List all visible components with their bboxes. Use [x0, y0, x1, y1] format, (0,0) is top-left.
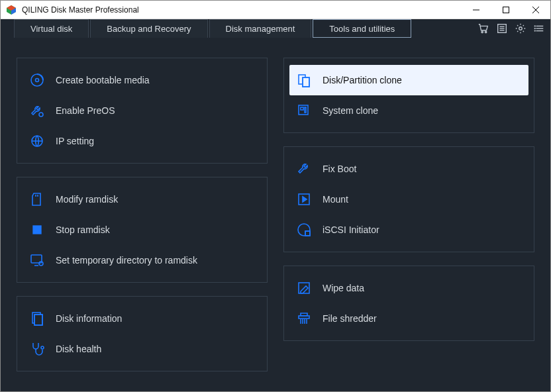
item-disk-health[interactable]: Disk health — [23, 334, 262, 364]
svg-rect-36 — [303, 77, 309, 87]
item-label: Wipe data — [323, 283, 364, 293]
item-label: Disk information — [56, 313, 122, 324]
item-wipe-data[interactable]: Wipe data — [289, 273, 528, 303]
tab-label: Virtual disk — [30, 24, 72, 34]
toolbar-icons — [477, 19, 550, 38]
svg-point-34 — [41, 346, 44, 349]
tabbar: Virtual disk Backup and Recovery Disk ma… — [1, 19, 550, 38]
item-label: Disk health — [56, 344, 101, 354]
window-title: QILING Disk Master Professional — [22, 5, 461, 15]
item-create-bootable-media[interactable]: Create bootable media — [23, 65, 262, 95]
svg-point-30 — [39, 262, 43, 266]
menu-icon[interactable] — [533, 23, 545, 34]
right-column: Disk/Partition clone System clone Fix Bo… — [283, 58, 534, 371]
item-label: Enable PreOS — [56, 105, 115, 116]
tab-virtual-disk[interactable]: Virtual disk — [14, 19, 89, 38]
item-label: System clone — [323, 105, 378, 116]
panel-disk-info: Disk information Disk health — [17, 296, 268, 371]
svg-point-7 — [481, 31, 483, 32]
item-label: Set temporary directory to ramdisk — [56, 255, 197, 266]
window-controls — [461, 1, 550, 19]
tab-backup-recovery[interactable]: Backup and Recovery — [90, 19, 207, 38]
minimize-button[interactable] — [461, 1, 491, 19]
app-window: QILING Disk Master Professional Virtual … — [0, 0, 551, 392]
info-doc-icon — [29, 311, 45, 326]
svg-marker-42 — [303, 197, 307, 202]
svg-point-22 — [39, 113, 43, 117]
item-stop-ramdisk[interactable]: Stop ramdisk — [23, 215, 262, 245]
item-enable-preos[interactable]: Enable PreOS — [23, 95, 262, 126]
item-label: Mount — [323, 194, 348, 205]
titlebar: QILING Disk Master Professional — [1, 1, 550, 19]
svg-rect-4 — [503, 7, 509, 13]
wrench-gear-icon — [29, 103, 45, 119]
tab-label: Backup and Recovery — [107, 24, 191, 34]
svg-point-21 — [36, 79, 39, 82]
play-box-icon — [296, 191, 312, 207]
tab-tools-utilities[interactable]: Tools and utilities — [313, 19, 411, 38]
erase-icon — [296, 280, 312, 296]
svg-rect-32 — [34, 315, 42, 325]
list-icon[interactable] — [496, 23, 508, 34]
svg-rect-39 — [301, 107, 303, 110]
item-label: File shredder — [323, 313, 377, 324]
app-body: Virtual disk Backup and Recovery Disk ma… — [1, 19, 550, 391]
monitor-gear-icon — [29, 252, 45, 268]
panel-wipe: Wipe data File shredder — [283, 266, 534, 341]
panel-ramdisk: Modify ramdisk Stop ramdisk Set temporar… — [17, 177, 268, 283]
svg-rect-27 — [32, 225, 41, 234]
svg-rect-44 — [305, 231, 310, 236]
svg-point-8 — [485, 31, 486, 32]
sd-card-icon — [29, 191, 45, 207]
shredder-icon — [296, 311, 312, 326]
item-label: iSCSI Initiator — [323, 224, 379, 235]
clone-icon — [296, 72, 312, 88]
item-iscsi-initiator[interactable]: iSCSI Initiator — [289, 215, 528, 245]
item-mount[interactable]: Mount — [289, 184, 528, 215]
stop-icon — [29, 222, 45, 238]
panel-boot-mount: Fix Boot Mount iSCSI Initiator — [283, 146, 534, 252]
tab-disk-management[interactable]: Disk management — [209, 19, 312, 38]
item-set-temp-ramdisk[interactable]: Set temporary directory to ramdisk — [23, 245, 262, 275]
item-label: Disk/Partition clone — [323, 75, 402, 85]
cart-icon[interactable] — [477, 23, 489, 34]
item-modify-ramdisk[interactable]: Modify ramdisk — [23, 184, 262, 215]
panel-bootable: Create bootable media Enable PreOS IP se… — [17, 58, 268, 164]
svg-point-13 — [519, 27, 523, 30]
iscsi-icon — [296, 222, 312, 238]
item-label: IP setting — [56, 136, 94, 146]
item-file-shredder[interactable]: File shredder — [289, 303, 528, 334]
app-logo-icon — [6, 5, 17, 15]
panel-clone: Disk/Partition clone System clone — [283, 58, 534, 133]
system-clone-icon — [296, 103, 312, 119]
close-button[interactable] — [521, 1, 550, 19]
svg-point-17 — [534, 26, 535, 26]
item-label: Stop ramdisk — [56, 224, 110, 235]
item-system-clone[interactable]: System clone — [289, 95, 528, 126]
item-label: Fix Boot — [323, 164, 356, 174]
content-area: Create bootable media Enable PreOS IP se… — [1, 38, 550, 391]
item-ip-setting[interactable]: IP setting — [23, 126, 262, 156]
maximize-button[interactable] — [491, 1, 521, 19]
item-disk-information[interactable]: Disk information — [23, 303, 262, 334]
disc-icon — [29, 72, 45, 88]
network-icon — [29, 133, 45, 149]
svg-point-19 — [534, 30, 535, 31]
stethoscope-icon — [29, 341, 45, 357]
svg-rect-40 — [305, 107, 306, 113]
item-label: Create bootable media — [56, 75, 150, 85]
item-fix-boot[interactable]: Fix Boot — [289, 154, 528, 184]
item-disk-partition-clone[interactable]: Disk/Partition clone — [289, 65, 528, 95]
gear-icon[interactable] — [515, 23, 526, 34]
left-column: Create bootable media Enable PreOS IP se… — [17, 58, 268, 371]
item-label: Modify ramdisk — [56, 194, 118, 205]
svg-point-18 — [534, 28, 535, 29]
wrench-icon — [296, 161, 312, 177]
tab-label: Tools and utilities — [329, 24, 395, 34]
tab-label: Disk management — [226, 24, 295, 34]
